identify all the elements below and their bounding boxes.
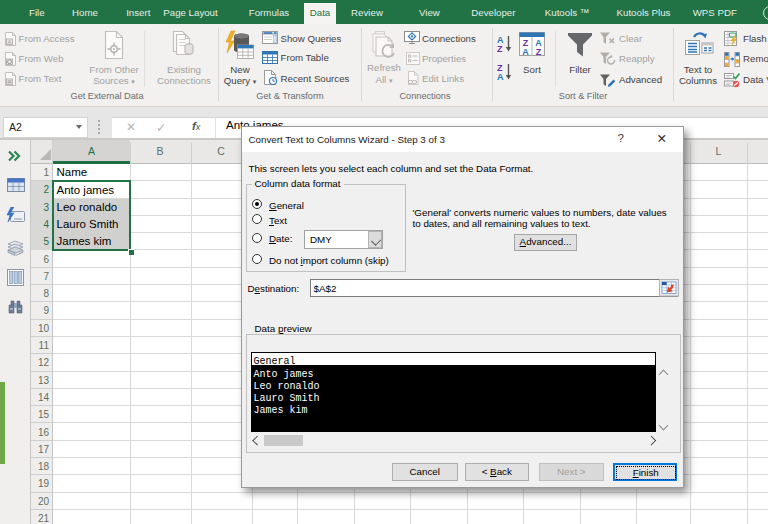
svg-text:Z: Z: [536, 47, 542, 57]
svg-text:A: A: [7, 38, 11, 44]
svg-text:Z: Z: [497, 44, 503, 54]
svg-text:A: A: [522, 47, 529, 57]
